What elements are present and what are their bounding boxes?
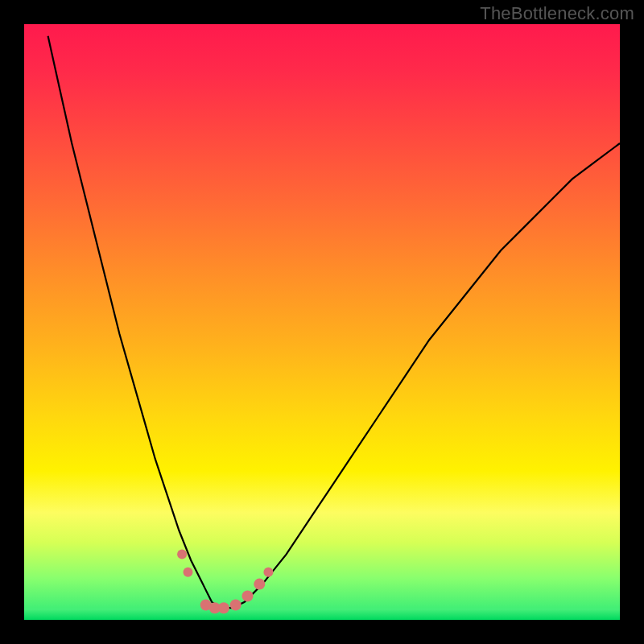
frame: TheBottleneck.com bbox=[0, 0, 644, 644]
data-point bbox=[254, 579, 265, 590]
data-points bbox=[24, 24, 620, 620]
data-point bbox=[177, 550, 187, 559]
plot-area bbox=[24, 24, 620, 620]
data-point bbox=[218, 602, 229, 613]
data-point bbox=[184, 568, 193, 577]
watermark-text: TheBottleneck.com bbox=[480, 3, 634, 24]
data-point bbox=[263, 568, 273, 577]
data-point bbox=[230, 600, 242, 611]
data-point bbox=[242, 590, 254, 601]
